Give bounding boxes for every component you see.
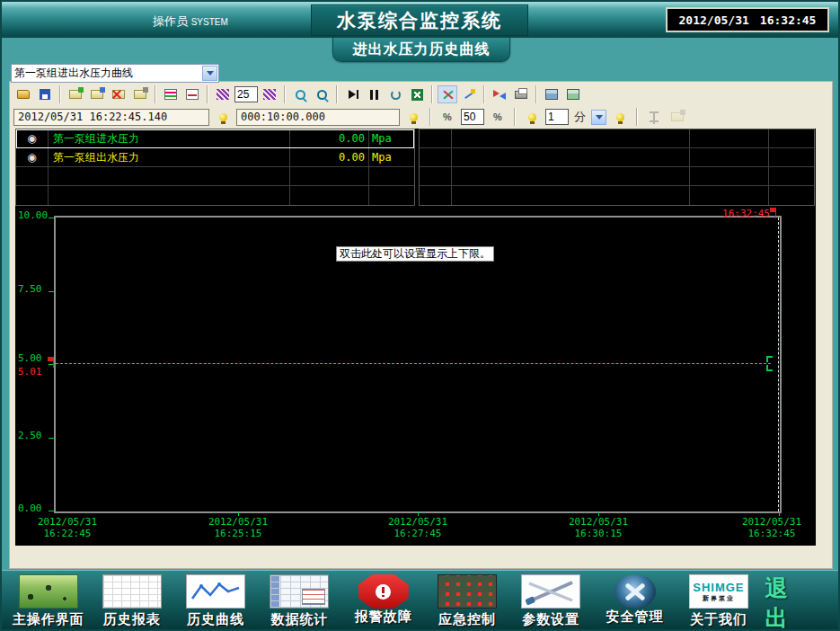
limit-flag-icon[interactable] <box>53 357 54 368</box>
window-layout-icon[interactable] <box>542 85 561 103</box>
pen-table-left: ◉ 第一泵组进水压力 0.00 Mpa ◉ 第一泵组出水压力 0.00 Mpa <box>15 129 415 206</box>
chevron-down-icon[interactable] <box>202 66 217 81</box>
limit-value-label: 5.01 <box>18 366 54 378</box>
percent-increase-icon[interactable]: % <box>488 108 508 126</box>
page-title: 水泵综合监控系统 <box>311 4 528 36</box>
export-excel-icon[interactable] <box>407 85 427 103</box>
visibility-eye-icon[interactable]: ◉ <box>16 129 49 147</box>
span-decrease-icon[interactable] <box>213 85 233 103</box>
y-axis-tick <box>49 511 54 511</box>
time-cursor-line[interactable] <box>778 218 779 511</box>
interval-unit-combo[interactable] <box>591 110 606 125</box>
nav-main-screen[interactable]: 主操作界面 <box>7 574 89 628</box>
curve-selector-value: 第一泵组进出水压力曲线 <box>12 66 201 81</box>
empty-cell <box>690 129 769 147</box>
cursor-flag-icon[interactable] <box>775 208 776 218</box>
trend-multi-icon[interactable] <box>161 85 181 103</box>
pen-name: 第一泵组出水压力 <box>49 148 290 166</box>
pen-add-icon[interactable] <box>66 85 85 103</box>
nav-label: 安全管理 <box>606 609 664 626</box>
open-file-icon[interactable] <box>13 85 33 103</box>
duration-bulb-icon[interactable] <box>403 108 423 126</box>
pen-row-empty[interactable] <box>420 186 814 205</box>
jump-cursor-icon[interactable] <box>490 85 509 103</box>
trend-black-area: ◉ 第一泵组进水压力 0.00 Mpa ◉ 第一泵组出水压力 0.00 Mpa <box>15 129 816 546</box>
nav-history-report[interactable]: 历史报表 <box>91 574 172 628</box>
pen-config-icon[interactable] <box>130 85 150 103</box>
percent-glyph: % <box>443 111 452 122</box>
percent-input[interactable] <box>461 109 484 125</box>
toolbar-separator <box>535 85 537 103</box>
pen-row-empty[interactable] <box>420 148 814 167</box>
pause-icon[interactable] <box>364 85 384 103</box>
trend-single-icon[interactable] <box>182 85 202 103</box>
y-axis-tick <box>49 218 54 218</box>
exit-button[interactable]: 退出 <box>762 566 834 631</box>
interval-input[interactable] <box>545 109 569 125</box>
pen-row-empty[interactable] <box>420 129 814 148</box>
x-tick-time: 16:22:45 <box>24 528 111 539</box>
toolbar-separator <box>336 85 338 103</box>
span-increase-icon[interactable] <box>260 85 279 103</box>
nav-history-curve[interactable]: 历史曲线 <box>175 574 257 628</box>
x-tick-time: 16:32:45 <box>729 528 815 539</box>
empty-cell <box>690 186 769 205</box>
step-forward-icon[interactable] <box>342 85 362 103</box>
limit-dashed-line[interactable] <box>56 363 771 364</box>
pen-row-empty[interactable] <box>16 167 414 186</box>
empty-cell <box>690 148 769 166</box>
pen-row-outlet[interactable]: ◉ 第一泵组出水压力 0.00 Mpa <box>16 148 414 167</box>
curve-selector[interactable]: 第一泵组进出水压力曲线 <box>11 64 219 83</box>
empty-cell <box>769 148 814 166</box>
window-layout2-icon[interactable] <box>563 85 583 103</box>
nav-security-management[interactable]: 安全管理 <box>594 574 676 626</box>
pen-unit: Mpa <box>369 129 414 147</box>
toolbar-separator <box>431 85 433 103</box>
pen-group-icon[interactable] <box>87 85 107 103</box>
span-input[interactable] <box>234 86 258 102</box>
curves-visible-toggle[interactable] <box>438 85 457 103</box>
interval-bulb-icon[interactable] <box>522 108 542 126</box>
toolbar-separator <box>284 85 286 103</box>
apply-bulb-icon[interactable] <box>610 108 630 126</box>
subtitle-badge: 进出水压力历史曲线 <box>332 38 510 62</box>
brand-name: SHIMGE <box>693 581 744 594</box>
pen-unit: Mpa <box>369 148 414 166</box>
alarm-fault-icon <box>358 574 409 609</box>
range-lock-icon <box>644 108 664 126</box>
emergency-control-icon <box>438 574 497 609</box>
x-tick-date: 2012/05/31 <box>375 516 461 528</box>
limit-right-marker-icon <box>766 365 773 371</box>
empty-cell <box>769 167 814 185</box>
curve-values-icon[interactable] <box>459 85 479 103</box>
operator-label: 操作员 <box>153 14 188 28</box>
time-zoom-in-icon[interactable] <box>290 85 310 103</box>
pen-delete-icon[interactable] <box>109 85 128 103</box>
nav-parameter-settings[interactable]: 参数设置 <box>510 574 592 628</box>
exclamation-icon <box>382 587 385 593</box>
nav-emergency-control[interactable]: 应急控制 <box>426 574 508 628</box>
x-axis-tick-label: 2012/05/31 16:22:45 <box>24 516 111 539</box>
nav-label: 数据统计 <box>270 611 328 628</box>
print-icon[interactable] <box>511 85 531 103</box>
empty-cell <box>452 129 690 147</box>
pen-row-inlet[interactable]: ◉ 第一泵组进水压力 0.00 Mpa <box>16 129 414 148</box>
toolbar-separator <box>59 85 61 103</box>
refresh-icon[interactable] <box>385 85 405 103</box>
start-time-field[interactable]: 2012/05/31 16:22:45.140 <box>13 109 209 126</box>
save-icon[interactable] <box>35 85 55 103</box>
percent-decrease-icon[interactable]: % <box>438 108 457 126</box>
visibility-eye-icon[interactable]: ◉ <box>16 148 49 166</box>
nav-alarm-fault[interactable]: 报警故障 <box>342 574 424 626</box>
start-time-bulb-icon[interactable] <box>213 108 233 126</box>
empty-cell <box>49 186 290 205</box>
pen-row-empty[interactable] <box>16 186 414 205</box>
pen-row-empty[interactable] <box>420 167 814 186</box>
pen-name: 第一泵组进水压力 <box>49 129 290 147</box>
empty-cell <box>420 167 452 185</box>
empty-cell <box>16 186 49 205</box>
nav-data-statistics[interactable]: 数据统计 <box>259 574 340 628</box>
nav-about-us[interactable]: SHIMGE 新界泵业 关于我们 <box>677 574 759 628</box>
duration-field[interactable]: 000:10:00.000 <box>236 109 400 126</box>
time-zoom-out-icon[interactable] <box>312 85 332 103</box>
